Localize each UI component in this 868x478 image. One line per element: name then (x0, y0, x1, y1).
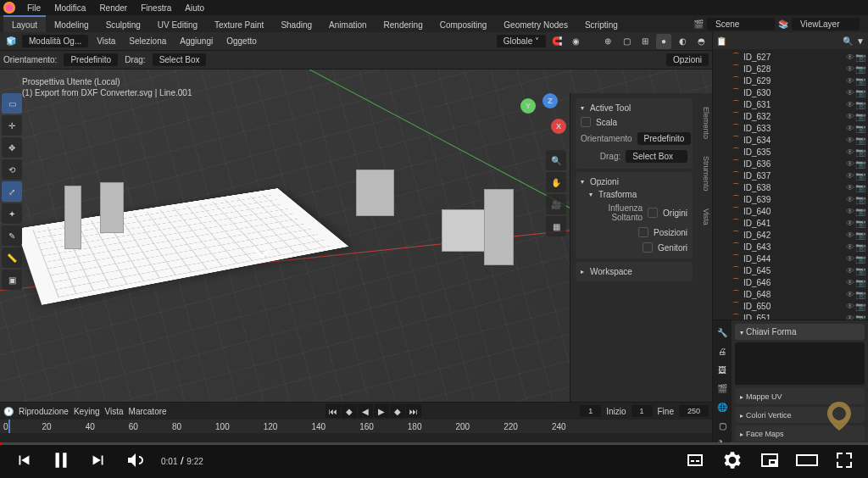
filter-icon[interactable]: ▼ (856, 36, 865, 46)
geometry-box[interactable] (64, 186, 81, 249)
channel-watermark[interactable] (822, 398, 856, 432)
proportional-icon[interactable]: ◉ (568, 34, 583, 49)
shading-render-icon[interactable]: ◓ (693, 34, 709, 49)
render-icon[interactable]: 📷 (855, 278, 865, 287)
mode-select[interactable]: Modalità Og... (22, 35, 88, 47)
tab-scripting[interactable]: Scripting (576, 15, 626, 33)
video-progress[interactable] (0, 442, 868, 445)
geometry-box[interactable] (356, 170, 394, 216)
orientation-select[interactable]: Globale ˅ (497, 35, 546, 47)
outliner-item[interactable]: ⌒ID_650👁📷 (715, 300, 866, 312)
drag-val[interactable]: Select Box (626, 150, 687, 163)
outliner-item[interactable]: ⌒ID_651👁📷 (715, 312, 866, 320)
outliner-item[interactable]: ⌒ID_634👁📷 (715, 134, 866, 146)
orient-val[interactable]: Predefinito (637, 132, 692, 145)
gizmo-y[interactable]: Y (520, 98, 536, 114)
eye-icon[interactable]: 👁 (845, 278, 854, 287)
select-tool[interactable]: ▭ (2, 93, 22, 114)
timeline-icon[interactable]: 🕐 (3, 407, 14, 416)
posizioni-cb[interactable] (638, 227, 648, 237)
props-header[interactable]: Chiavi Forma (735, 324, 865, 340)
render-icon[interactable]: 📷 (855, 136, 865, 145)
jump-end-icon[interactable]: ⏭ (406, 404, 421, 418)
menu-modifica[interactable]: Modifica (47, 1, 92, 15)
cursor-tool[interactable]: ✛ (2, 115, 22, 136)
render-icon[interactable]: 📷 (855, 171, 865, 181)
ntab-vista[interactable]: Vista (697, 203, 712, 231)
render-icon[interactable]: 📷 (855, 266, 865, 275)
eye-icon[interactable]: 👁 (845, 53, 854, 62)
outliner-item[interactable]: ⌒ID_639👁📷 (715, 193, 866, 205)
theater-button[interactable] (795, 448, 819, 472)
render-icon[interactable]: 📷 (855, 112, 865, 121)
volume-button[interactable] (124, 448, 147, 472)
eye-icon[interactable]: 👁 (845, 88, 854, 97)
prev-video-button[interactable] (12, 448, 36, 472)
filter-icon[interactable]: 🔍 (843, 36, 853, 46)
render-icon[interactable]: 📷 (855, 219, 865, 228)
render-icon[interactable]: 📷 (855, 207, 865, 216)
eye-icon[interactable]: 👁 (845, 100, 854, 109)
eye-icon[interactable]: 👁 (845, 290, 854, 299)
gizmo-z[interactable]: Z (542, 93, 558, 108)
jump-start-icon[interactable]: ⏮ (326, 404, 341, 418)
workspace-header[interactable]: Workspace (581, 265, 687, 278)
move-tool[interactable]: ✥ (2, 137, 22, 158)
output-tab-icon[interactable]: 🖨 (714, 342, 731, 359)
eye-icon[interactable]: 👁 (845, 242, 854, 252)
outliner-item[interactable]: ⌒ID_640👁📷 (715, 205, 866, 217)
camera-icon[interactable]: 🎥 (546, 194, 566, 214)
outliner-item[interactable]: ⌒ID_637👁📷 (715, 170, 866, 181)
render-icon[interactable]: 📷 (855, 302, 865, 311)
tab-modeling[interactable]: Modeling (46, 15, 97, 33)
render-icon[interactable]: 📷 (855, 183, 865, 192)
select-menu[interactable]: Seleziona (124, 35, 171, 47)
menu-render[interactable]: Render (92, 1, 134, 15)
outliner-item[interactable]: ⌒ID_629👁📷 (715, 75, 866, 86)
options-dropdown[interactable]: Opzioni (666, 53, 709, 66)
outliner-item[interactable]: ⌒ID_627👁📷 (715, 51, 866, 63)
3d-viewport[interactable]: Prospettiva Utente (Local) (1) Export fr… (0, 69, 712, 402)
tab-uv-editing[interactable]: UV Editing (149, 15, 206, 33)
shapekey-list[interactable] (735, 342, 865, 385)
nav-gizmo[interactable]: X Y Z (515, 93, 566, 144)
render-icon[interactable]: 📷 (855, 231, 865, 240)
menu-file[interactable]: File (20, 1, 47, 15)
render-icon[interactable]: 📷 (855, 124, 865, 133)
start-frame[interactable]: 1 (632, 405, 653, 417)
outliner-item[interactable]: ⌒ID_632👁📷 (715, 110, 866, 122)
tl-menu-marcatore[interactable]: Marcatore (129, 407, 167, 416)
outliner-item[interactable]: ⌒ID_641👁📷 (715, 217, 866, 229)
outliner-item[interactable]: ⌒ID_628👁📷 (715, 63, 866, 75)
tab-shading[interactable]: Shading (272, 15, 320, 33)
add-menu[interactable]: Aggiungi (175, 35, 218, 47)
tl-menu-keying[interactable]: Keying (74, 407, 100, 416)
outliner-item[interactable]: ⌒ID_633👁📷 (715, 122, 866, 134)
xray-icon[interactable]: ▢ (619, 34, 634, 49)
outliner-item[interactable]: ⌒ID_645👁📷 (715, 264, 866, 276)
pause-button[interactable] (49, 448, 73, 472)
tl-menu-vista[interactable]: Vista (105, 407, 124, 416)
eye-icon[interactable]: 👁 (845, 147, 854, 157)
viewlayer-tab-icon[interactable]: 🖼 (714, 361, 731, 378)
annotate-tool[interactable]: ✎ (2, 225, 22, 246)
outliner-item[interactable]: ⌒ID_631👁📷 (715, 98, 866, 110)
eye-icon[interactable]: 👁 (845, 171, 854, 181)
addcube-tool[interactable]: ▣ (2, 270, 22, 290)
render-icon[interactable]: 📷 (855, 242, 865, 252)
render-icon[interactable]: 📷 (855, 53, 865, 62)
play-rev-icon[interactable]: ◀ (358, 404, 373, 418)
outliner-item[interactable]: ⌒ID_643👁📷 (715, 241, 866, 253)
orient-preset[interactable]: Predefinito (64, 53, 118, 66)
geometry-box[interactable] (484, 189, 514, 265)
outliner-item[interactable]: ⌒ID_636👁📷 (715, 158, 866, 170)
keyframe-prev-icon[interactable]: ◆ (342, 404, 357, 418)
drag-select[interactable]: Select Box (153, 53, 207, 66)
zoom-icon[interactable]: 🔍 (546, 150, 566, 170)
outliner-item[interactable]: ⌒ID_638👁📷 (715, 181, 866, 193)
eye-icon[interactable]: 👁 (845, 136, 854, 145)
outliner-item[interactable]: ⌒ID_642👁📷 (715, 229, 866, 241)
outliner-item[interactable]: ⌒ID_644👁📷 (715, 253, 866, 264)
snap-icon[interactable]: 🧲 (549, 34, 565, 49)
gizmo-x[interactable]: X (551, 119, 566, 134)
